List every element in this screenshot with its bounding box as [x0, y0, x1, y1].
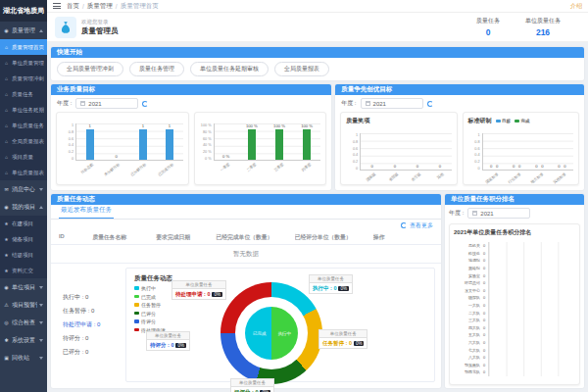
sidebar-item[interactable]: ⚠项目预警管理	[0, 296, 47, 314]
x-tick-label: 未分解目标	[103, 162, 121, 177]
bar-group: 100 %三季度	[273, 123, 285, 160]
ranking-value: 0	[480, 288, 488, 293]
legend-swatch-icon	[134, 295, 139, 299]
business-status-chart: 10.80.60.40.201目标总数0未分解目标1已分解目标1已完成目标	[56, 112, 189, 185]
x-tick-label: 市厅级	[411, 172, 422, 182]
sidebar-item[interactable]: ✉消息中心	[0, 180, 47, 198]
chevron-down-icon	[39, 286, 43, 289]
sidebar-item[interactable]: ⌂单位任务延期审核	[0, 102, 47, 118]
year-select[interactable]: 2021	[75, 98, 138, 109]
quickstart-button[interactable]: 单位质量任务延期审核	[190, 62, 269, 76]
donut-callout: 单位质量任务已评分 : 00%	[230, 378, 274, 392]
bar[interactable]	[86, 129, 94, 160]
ranking-unit-label: 一大队	[454, 303, 480, 308]
bar[interactable]	[275, 129, 283, 160]
sidebar-item[interactable]: ◉我的项目	[0, 198, 47, 216]
bar-value-label: 1	[142, 123, 144, 128]
sidebar-nav: ◉质量管理⌂质量管理首页⌂单位质量管理首页⌂质量管理冲刺⌂质量任务⌂单位任务延期…	[0, 22, 47, 367]
bar-group: 00地方标准	[534, 133, 545, 170]
quickstart-button[interactable]: 全局质量报表	[274, 62, 329, 76]
sidebar-item[interactable]: ▣回收站	[0, 349, 47, 367]
legend-item[interactable]: 已评分	[134, 311, 166, 317]
header-stat-value[interactable]: 0	[476, 27, 500, 37]
sidebar-item[interactable]: ✱系统设置	[0, 331, 47, 349]
sidebar-item[interactable]: ◎综合检查	[0, 314, 47, 331]
ranking-row: 鄂西北队0	[454, 368, 575, 376]
breadcrumb-item[interactable]: 质量管理	[87, 2, 113, 11]
breadcrumb-separator: /	[116, 3, 118, 10]
legend-item[interactable]: 目标	[496, 119, 512, 123]
sidebar-item-label: 资料汇交	[12, 268, 44, 274]
ranking-bar-track	[488, 287, 575, 295]
bar-group: 100 %四季度	[301, 123, 313, 160]
x-tick-label: 三季度	[272, 162, 284, 172]
sidebar-item-label: 项目预警管理	[12, 301, 37, 310]
y-tick-label: 1	[346, 133, 358, 137]
bar-group: 0 %一季度	[222, 123, 230, 160]
table-column-header: 已经完成单位（数量）	[216, 233, 294, 242]
sidebar-item[interactable]: ◉质量管理	[0, 22, 47, 39]
refresh-icon[interactable]	[401, 222, 407, 228]
ranking-value: 0	[480, 311, 488, 316]
ranking-bar-track	[488, 302, 575, 310]
sidebar-item[interactable]: ⌂全局质量报表	[0, 133, 47, 149]
bar-group: 0市厅级	[414, 133, 421, 170]
callout-header: 单位质量任务	[309, 274, 353, 283]
sidebar-item[interactable]: ⌂质量管理首页	[0, 39, 47, 55]
sidebar-item[interactable]: ⌂质量管理冲刺	[0, 71, 47, 86]
sidebar-item-label: 单位任务延期审核	[12, 107, 44, 114]
legend-item[interactable]: 待评分	[134, 318, 166, 324]
sidebar-item[interactable]: ★资料汇交	[0, 263, 47, 278]
bar-group: 00其他标准	[557, 133, 567, 170]
legend-item[interactable]: 执行中	[134, 285, 166, 291]
year-value: 2021	[373, 101, 386, 107]
view-more-link[interactable]: 查看更多	[410, 221, 433, 230]
bar-group: 1目标总数	[86, 123, 94, 160]
calendar-icon	[80, 101, 85, 106]
intro-link[interactable]: 介绍	[570, 2, 582, 11]
legend-item[interactable]: 任务暂停	[134, 302, 166, 308]
sidebar-item[interactable]: ⌂单位质量管理首页	[0, 55, 47, 71]
sidebar-item[interactable]: ◉单位项目	[0, 278, 47, 296]
breadcrumb: 首页/质量管理/质量管理首页	[67, 2, 159, 11]
legend-item[interactable]: 已完成	[134, 294, 166, 300]
bar[interactable]	[139, 129, 147, 160]
ranking-row: 地调院0	[454, 257, 575, 265]
sidebar-item[interactable]: ⌂项目质量	[0, 149, 47, 165]
sidebar-item[interactable]: ★在建项目	[0, 216, 47, 231]
tab-recent-tasks[interactable]: 最近发布质量任务	[59, 206, 114, 219]
bar[interactable]	[248, 129, 256, 160]
quickstart-button[interactable]: 质量任务管理	[129, 62, 184, 76]
year-select[interactable]: 2021	[467, 208, 530, 219]
legend-label: 执行中	[141, 285, 156, 291]
sidebar-item[interactable]: ⌂单位质量任务	[0, 118, 47, 133]
legend-item[interactable]: 完成	[514, 119, 530, 123]
main-area: 首页/质量管理/质量管理首页 介绍 欢迎您登录 质量管理员 质量任务0单位质量任…	[47, 0, 588, 392]
ranking-bar-track	[488, 242, 575, 250]
refresh-icon[interactable]	[427, 101, 433, 107]
year-select[interactable]: 2021	[361, 98, 423, 109]
sidebar-item[interactable]: ★储备项目	[0, 231, 47, 247]
star-icon: ★	[3, 252, 10, 258]
x-tick-label: 已分解目标	[129, 162, 147, 177]
task-donut-chart[interactable]: 已完成执行中	[220, 282, 322, 384]
bar[interactable]	[166, 129, 173, 160]
bar-value-label: 0	[416, 164, 418, 169]
calendar-icon	[472, 211, 477, 216]
header-stat-value[interactable]: 216	[525, 27, 561, 37]
refresh-icon[interactable]	[142, 101, 148, 107]
sidebar-item-label: 结题项目	[12, 252, 44, 259]
ranking-bar-track	[488, 368, 575, 376]
breadcrumb-item[interactable]: 首页	[67, 2, 79, 11]
sidebar-item[interactable]: ⌂单位质量报表	[0, 165, 47, 180]
ranking-bar-track	[488, 257, 575, 265]
unit-ranking-header: 单位质量任务积分排名	[445, 194, 584, 205]
task-stat: 已评分 : 0	[63, 348, 125, 357]
bar-value-label: 0	[518, 164, 520, 169]
donut-callout: 单位质量任务待评分 : 00%	[146, 331, 190, 351]
sidebar-item[interactable]: ⌂质量任务	[0, 86, 47, 102]
quickstart-button[interactable]: 全局质量管理冲刺	[57, 62, 123, 76]
sidebar-item[interactable]: ★结题项目	[0, 247, 47, 263]
bar[interactable]	[303, 129, 311, 160]
hamburger-menu-icon[interactable]	[53, 3, 61, 9]
